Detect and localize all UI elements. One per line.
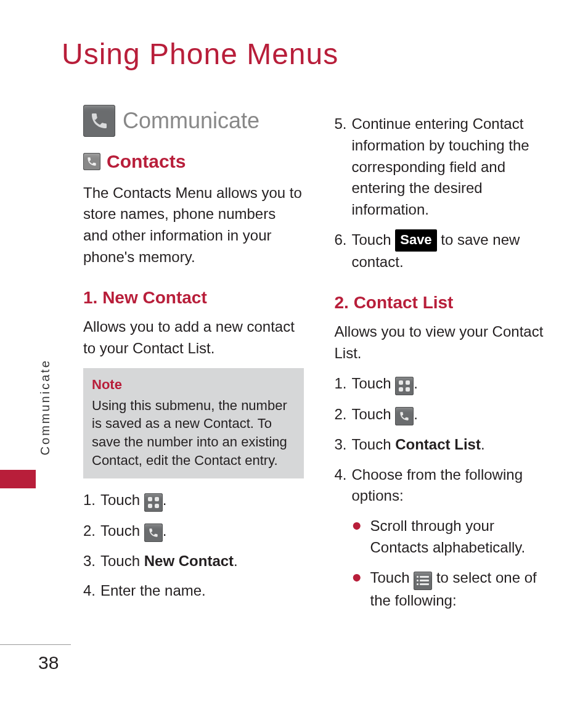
step-text: Touch: [352, 436, 396, 453]
contacts-heading: Contacts: [83, 148, 304, 175]
communicate-label: Communicate: [123, 105, 259, 137]
phone-icon: [395, 407, 414, 425]
contact-list-menu-label: Contact List: [395, 436, 481, 453]
bullet-text: Scroll through your Contacts alphabetica…: [370, 515, 555, 559]
step-text: Continue entering Contact information by…: [352, 113, 555, 221]
contacts-heading-text: Contacts: [107, 148, 186, 175]
note-box: Note Using this submenu, the number is s…: [83, 368, 304, 478]
phone-small-icon: [83, 153, 100, 170]
step-number: 5.: [335, 113, 352, 221]
step-number: 1.: [335, 373, 352, 395]
step-text: Touch: [352, 231, 396, 248]
step-number: 2.: [335, 404, 352, 425]
cl-step-3: 3. Touch Contact List.: [335, 434, 555, 456]
step-text: Touch: [100, 522, 144, 539]
step-text-post: .: [414, 406, 418, 422]
left-column: Communicate Contacts The Contacts Menu a…: [83, 105, 304, 620]
side-tab-marker: [0, 470, 36, 488]
step-number: 3.: [83, 551, 100, 572]
nc-step-3: 3. Touch New Contact.: [83, 551, 304, 572]
contact-list-heading: 2. Contact List: [335, 290, 555, 316]
step-number: 6.: [335, 229, 352, 273]
page-number: 38: [38, 652, 59, 673]
bullet-icon: ●: [352, 515, 370, 559]
new-contact-heading: 1. New Contact: [83, 285, 304, 311]
nc-step-6: 6. Touch Save to save new contact.: [335, 229, 555, 273]
apps-grid-icon: [395, 377, 414, 395]
step-number: 4.: [335, 464, 352, 507]
right-column: 5. Continue entering Contact information…: [335, 105, 555, 620]
new-contact-intro: Allows you to add a new contact to your …: [83, 316, 304, 359]
nc-step-4: 4. Enter the name.: [83, 580, 304, 602]
apps-grid-icon: [144, 493, 163, 512]
step-text-post: .: [414, 375, 418, 392]
cl-step-4: 4. Choose from the following options:: [335, 464, 555, 507]
bullet-scroll: ● Scroll through your Contacts alphabeti…: [352, 515, 555, 559]
step-text: Choose from the following options:: [352, 464, 555, 507]
nc-step-2: 2. Touch .: [83, 520, 304, 542]
step-number: 3.: [335, 434, 352, 456]
nc-step-1: 1. Touch .: [83, 490, 304, 512]
step-number: 2.: [83, 520, 100, 542]
step-text: Touch: [352, 375, 396, 392]
note-title: Note: [92, 376, 295, 394]
step-number: 1.: [83, 490, 100, 512]
bullet-text: Touch: [370, 569, 414, 586]
phone-icon: [144, 523, 163, 542]
step-text: Touch: [352, 406, 396, 422]
note-body: Using this submenu, the number is saved …: [92, 396, 295, 470]
phone-icon: [83, 105, 115, 137]
step-text: Touch: [100, 491, 144, 508]
step-text: Enter the name.: [100, 580, 304, 602]
step-number: 4.: [83, 580, 100, 602]
step-text-post: .: [163, 491, 167, 508]
step-text-post: .: [234, 552, 238, 569]
save-button-label: Save: [395, 229, 436, 252]
nc-step-5: 5. Continue entering Contact information…: [335, 113, 555, 221]
bullet-select: ● Touch to select one of the following:: [352, 567, 555, 612]
cl-step-2: 2. Touch .: [335, 404, 555, 425]
cl-step-1: 1. Touch .: [335, 373, 555, 395]
step-text-post: .: [481, 436, 485, 453]
page-title: Using Phone Menus: [62, 37, 338, 71]
contacts-intro: The Contacts Menu allows you to store na…: [83, 183, 304, 268]
step-text: Touch: [100, 552, 144, 569]
list-menu-icon: [414, 572, 432, 590]
communicate-section-title: Communicate: [83, 105, 304, 137]
contact-list-intro: Allows you to view your Contact List.: [335, 321, 555, 364]
side-section-label: Communicate: [38, 359, 52, 455]
page-number-rule: [0, 644, 71, 645]
new-contact-menu-label: New Contact: [144, 552, 234, 569]
bullet-icon: ●: [352, 567, 370, 612]
step-text-post: .: [163, 522, 167, 539]
